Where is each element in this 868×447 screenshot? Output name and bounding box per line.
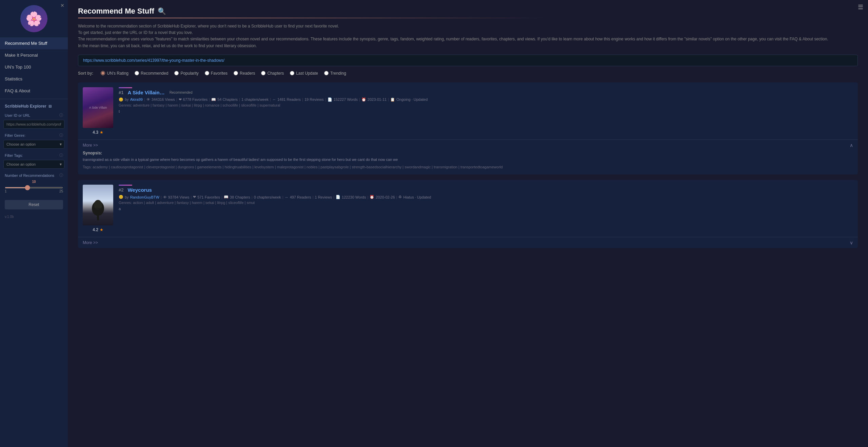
book-info-1: #1 A Side Villain… Recommended 😊 by Akir… [119, 87, 853, 135]
sort-option-popularity[interactable]: Popularity [174, 71, 198, 76]
user-id-info-icon[interactable]: ⓘ [59, 113, 63, 118]
synopsis-section-1: Synopsis: tranmigrated as a side villain… [83, 148, 853, 172]
menu-icon[interactable]: ☰ [858, 3, 863, 11]
filter-genre-label: Filter Genre: ⓘ [0, 130, 68, 138]
book-short-desc-1: t [119, 109, 853, 113]
synopsis-label-1: Synopsis: [83, 151, 853, 155]
sort-label: Sort by: [78, 71, 93, 76]
book-cover-wrapper-2: 4.2 ★ [83, 185, 113, 232]
sort-radio-readers[interactable] [234, 71, 238, 75]
more-toggle-2[interactable]: More >> ∨ [83, 240, 853, 245]
author-link-2[interactable]: RandomGuyBTW [130, 195, 159, 199]
intro-text: Welcome to the recommendation section of… [78, 23, 858, 49]
filter-genre-select[interactable]: Choose an option [3, 140, 64, 149]
chevron-up-icon-1: ∧ [850, 143, 853, 148]
book-rank-title-1: #1 A Side Villain… Recommended [119, 90, 853, 95]
sort-option-chapters[interactable]: Chapters [261, 71, 284, 76]
sidebar-item-top100[interactable]: UN's Top 100 [0, 61, 68, 73]
sort-radio-popularity[interactable] [174, 71, 179, 75]
chapters-1: 54 Chapters [217, 97, 238, 101]
filter-icon: ⊟ [48, 104, 52, 109]
svg-point-4 [92, 208, 104, 211]
filter-genre-info-icon[interactable]: ⓘ [59, 133, 63, 138]
reset-button[interactable]: Reset [5, 200, 63, 209]
favorites-2: 571 Favorites [197, 195, 220, 199]
author-link-1[interactable]: Akira99 [130, 97, 143, 101]
explorer-title: ScribbleHub Explorer ⊟ [0, 101, 68, 110]
sidebar-item-recommend[interactable]: Recommend Me Stuff [0, 37, 68, 49]
book-genres-2: Genres: action | adult | adventure | fan… [119, 201, 853, 205]
book-title-link-1[interactable]: A Side Villain… [127, 90, 164, 95]
sort-option-uns-rating[interactable]: UN's Rating [101, 71, 129, 76]
sort-radio-favorites[interactable] [205, 71, 209, 75]
sort-radio-recommended[interactable] [135, 71, 139, 75]
avatar: 🌸 [20, 5, 47, 32]
book-meta-2: 😊 by RandomGuyBTW | 👁 93784 Views | ❤ 57… [119, 195, 853, 199]
sort-radio-last-update[interactable] [290, 71, 294, 75]
book-title-link-2[interactable]: Weycorus [127, 187, 152, 193]
book-cover-1: A Side Villain [83, 87, 113, 128]
sort-option-recommended[interactable]: Recommended [135, 71, 168, 76]
book-card-inner-2: 4.2 ★ #2 Weycorus 😊 by RandomGuyBTW | 👁 … [78, 180, 858, 237]
words-icon-2: 📄 [336, 195, 340, 199]
reviews-2: 1 Reviews [315, 195, 332, 199]
rank-bar-1 [119, 87, 132, 88]
status-icon-1: 📋 [390, 97, 395, 102]
book-genres-1: Genres: adventure | fantasy | harem | is… [119, 103, 853, 107]
cover-villain-art: A Side Villain [83, 87, 113, 128]
author-label-1: by [125, 97, 129, 101]
tags-text-1: Tags: academy | cautiousprotagonist | cl… [83, 165, 853, 169]
book-rank-title-2: #2 Weycorus [119, 187, 853, 193]
sort-option-last-update[interactable]: Last Update [290, 71, 318, 76]
filter-tags-select[interactable]: Choose an option [3, 160, 64, 169]
book-card-2: 4.2 ★ #2 Weycorus 😊 by RandomGuyBTW | 👁 … [78, 180, 858, 248]
search-icon: 🔍 [158, 7, 166, 15]
sort-option-readers[interactable]: Readers [234, 71, 255, 76]
book-icon-2: 📖 [224, 195, 229, 199]
rank-number-2: #2 [119, 187, 123, 192]
sort-radio-uns[interactable] [101, 71, 105, 75]
book-cover-2 [83, 185, 113, 225]
author-label-2: by [125, 195, 129, 199]
chapters-2: 38 Chapters [230, 195, 250, 199]
heart-icon-2: ❤ [193, 195, 196, 199]
chevron-down-icon-2: ∨ [850, 240, 853, 245]
readers-2: 497 Readers [290, 195, 311, 199]
sort-radio-trending[interactable] [324, 71, 329, 75]
sidebar-nav: Recommend Me Stuff Make It Personal UN's… [0, 37, 68, 97]
sidebar-item-faq[interactable]: FAQ & About [0, 85, 68, 97]
words-2: 122230 Words [342, 195, 366, 199]
url-input[interactable] [78, 55, 858, 66]
heart-icon-1: ❤ [179, 97, 182, 102]
version-label: v.1.0b [0, 211, 68, 222]
status-icon-2: ♻ [398, 195, 402, 199]
num-recs-info-icon[interactable]: ⓘ [59, 173, 63, 178]
sidebar-item-personal[interactable]: Make It Personal [0, 49, 68, 61]
readers-1: 1481 Readers [277, 97, 301, 101]
header-underline [78, 18, 858, 18]
date-icon-2: ⏰ [370, 195, 374, 199]
user-id-input[interactable] [3, 120, 64, 129]
face-icon-1: 😊 [119, 97, 123, 102]
book-icon-1: 📖 [211, 97, 216, 102]
double-arrow-icon-1: ↔ [272, 97, 276, 101]
sort-option-trending[interactable]: Trending [324, 71, 346, 76]
more-label-2: More >> [83, 240, 98, 245]
star-icon-1: ★ [100, 130, 103, 135]
recommendations-slider[interactable] [5, 187, 63, 188]
updated-1: 2023-01-11 [368, 97, 387, 101]
eye-icon-1: 👁 [146, 97, 150, 101]
sidebar-divider-1 [0, 99, 68, 99]
book-rating-2: 4.2 ★ [93, 227, 103, 232]
sidebar-item-statistics[interactable]: Statistics [0, 73, 68, 85]
sort-radio-chapters[interactable] [261, 71, 265, 75]
slider-container: 10 1 25 [0, 179, 68, 196]
filter-tags-label: Filter Tags: ⓘ [0, 150, 68, 159]
filter-tags-info-icon[interactable]: ⓘ [59, 153, 63, 158]
rating-value-2: 4.2 [93, 227, 98, 232]
date-icon-1: ⏰ [361, 97, 366, 102]
sort-option-favorites[interactable]: Favorites [205, 71, 228, 76]
more-toggle-1[interactable]: More >> ∧ [83, 143, 853, 148]
sidebar: ✕ 🌸 Recommend Me Stuff Make It Personal … [0, 0, 68, 447]
rating-value-1: 4.3 [93, 130, 98, 135]
